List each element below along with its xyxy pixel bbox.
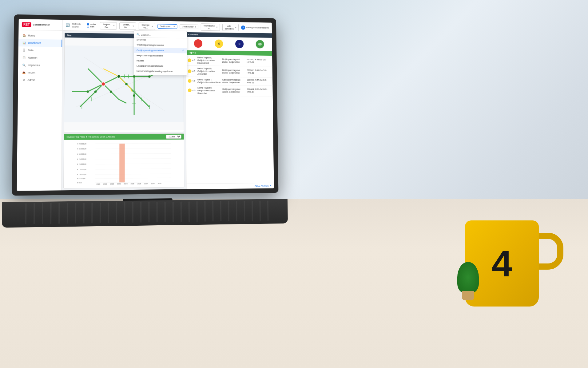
condities-filter[interactable]: Alle condities ▼ [222, 24, 239, 31]
dropdown-item-label: Kabels [137, 59, 144, 62]
checkmark-icon: ✓ [182, 49, 184, 52]
svg-text:€ 15.000,00: € 15.000,00 [77, 168, 86, 170]
chevron-down-icon: ▼ [151, 25, 153, 27]
sidebar-logo-area: RET Conditiemeter [18, 19, 62, 31]
sidebar-label-data: Data [28, 49, 34, 52]
sidebar-item-import[interactable]: 📥 Import [18, 69, 62, 77]
sidebar-item-normen[interactable]: 📋 Normen [18, 54, 62, 61]
sidebar-item-inspecties[interactable]: 🔍 Inspecties [18, 61, 62, 69]
plant [456, 263, 480, 300]
gelijkspan-filter[interactable]: Gelijkspan... ▼ [158, 24, 177, 29]
svg-line-38 [95, 174, 171, 174]
search-icon: 🔍 [137, 33, 140, 36]
svg-text:€ 0,00: € 0,00 [77, 182, 82, 184]
tram-option[interactable]: tram [87, 26, 96, 28]
metro-radio[interactable] [87, 23, 89, 25]
app-container: RET Conditiemeter 🏠 Home 📊 Dashboard [17, 19, 274, 191]
table-row: 4.5 Metro Traject 9, Gelijkrichterstatio… [186, 66, 272, 77]
locatie-cell: Metro Traject 5, Gelijkrichterstation Ha… [197, 56, 222, 65]
import-icon: 📥 [22, 71, 26, 74]
dropdown-overlay[interactable]: 🔍 System Tractiespanningbewakins Gelijks… [134, 30, 187, 76]
chart-area: € 40.000,00 € 35.000,00 € 30.000,00 € 25… [64, 140, 184, 187]
svg-text:€ 20.000,00: € 20.000,00 [77, 163, 86, 165]
svg-text:2023: 2023 [117, 183, 121, 185]
svg-line-34 [95, 154, 171, 154]
laptop: RET Conditiemeter 🏠 Home 📊 Dashboard [12, 14, 291, 228]
home-icon: 🏠 [22, 34, 26, 37]
metro-option[interactable]: metro [87, 23, 96, 25]
dropdown-search-input[interactable] [141, 33, 184, 37]
svg-text:€ 10.000,00: € 10.000,00 [77, 174, 86, 176]
sidebar-item-dashboard[interactable]: 📊 Dashboard [18, 39, 62, 47]
refresh-button[interactable]: Refresh cache [72, 22, 84, 28]
sidebar-nav: 🏠 Home 📊 Dashboard 🗄 Data 📋 [17, 30, 62, 191]
dropdown-item-hulpspanning[interactable]: Hulpspanningsinstallatie [134, 53, 187, 58]
gelijkrichter-filter[interactable]: Gelijkrichter ▼ [180, 24, 198, 29]
score-value: 4.5 [192, 70, 195, 72]
asset-cell: 000001, R-M-EV-GSI-HVS-01 [247, 58, 271, 64]
systeem-cell: Gelijkspanningsinst allatie, Gelijkricht… [222, 88, 246, 93]
systeem-cell: Gelijkspanningsinst allatie, Gelijkricht… [222, 78, 246, 84]
dropdown-item-gelijkspanning[interactable]: Gelijkspanningsinstallatie ✓ [134, 47, 187, 53]
svg-point-3 [87, 90, 89, 93]
chevron-down-icon: ▼ [194, 26, 196, 28]
investment-header: Investering Plan, € 40.000,00 voor 1 Ass… [64, 134, 184, 140]
sidebar-item-admin[interactable]: ⚙ Admin [18, 76, 62, 84]
asset-cell: 000004, R-M-EV-GSI-HVS-04 [247, 88, 271, 93]
condition-badge-red [194, 39, 202, 48]
sidebar-label-normen: Normen [28, 56, 37, 59]
svg-line-39 [95, 178, 171, 179]
traject-filter[interactable]: Traject / Ro... ▼ [100, 22, 117, 29]
sidebar-item-home[interactable]: 🏠 Home [18, 32, 62, 40]
svg-line-32 [96, 144, 171, 144]
investment-chart: € 40.000,00 € 35.000,00 € 30.000,00 € 25… [66, 141, 182, 186]
svg-text:€ 35.000,00: € 35.000,00 [77, 148, 86, 150]
svg-line-37 [95, 169, 171, 169]
systeem-cell: Gelijkspanningsinst allatie, Gelijkricht… [222, 58, 246, 63]
dropdown-item-label: Laagspanningsinstallatie [137, 65, 163, 68]
investment-panel: Investering Plan, € 40.000,00 voor 1 Ass… [63, 133, 184, 188]
technische-filter[interactable]: Technische Co... ▼ [201, 23, 220, 31]
transport-toggle: metro tram [87, 23, 96, 28]
svg-text:2020: 2020 [96, 183, 100, 185]
dropdown-item-label: Gelijkspanningsinstallatie [137, 49, 164, 52]
svg-point-8 [133, 94, 135, 97]
svg-text:2021: 2021 [103, 183, 107, 185]
svg-line-35 [95, 159, 171, 159]
dropdown-item-kabels[interactable]: Kabels [134, 58, 187, 64]
straat-filter[interactable]: Straat / Sta... ▼ [119, 22, 136, 30]
sidebar-item-data[interactable]: 🗄 Data [18, 46, 62, 54]
right-panel: Conditie 4 0 69 Top 41 [185, 32, 274, 189]
locatie-cell: Metro Traject 7, Gelijkrichterstation Bl… [197, 78, 222, 84]
tram-radio[interactable] [87, 26, 89, 28]
plant-leaves [457, 262, 479, 293]
top-list: 4.5 Metro Traject 5, Gelijkrichterstatio… [186, 55, 274, 184]
energie-filter[interactable]: Energie Vo... ▼ [139, 22, 155, 30]
condition-badge-blue: 0 [235, 40, 244, 48]
sidebar-label-admin: Admin [28, 78, 35, 81]
locatie-cell: Metro Traject 9, Gelijkrichterstation Al… [197, 67, 222, 75]
asset-cell: 000002, R-M-EV-GSI-HVS-02 [247, 69, 271, 74]
tram-label: tram [90, 26, 94, 28]
chevron-down-icon: ▼ [216, 26, 218, 28]
dropdown-item-tractiespanning[interactable]: Tractiespanningbewakins [134, 42, 187, 48]
svg-text:2024: 2024 [124, 183, 127, 185]
svg-line-36 [95, 164, 171, 164]
systeem-cell: Gelijkspanningsinst allatie, Gelijkricht… [222, 69, 246, 74]
score-cell: 4.5 [188, 69, 197, 73]
sidebar-label-import: Import [28, 71, 35, 74]
svg-text:2022: 2022 [110, 183, 114, 185]
dropdown-item-label: Netscheidingsbewakingssysteem [137, 69, 173, 73]
year-selector[interactable]: 10 jaar 5 jaar 20 jaar [166, 135, 181, 139]
svg-point-5 [117, 75, 120, 78]
chevron-down-icon: ▼ [132, 25, 134, 27]
dropdown-item-netscheiding[interactable]: Netscheidingsbewakingssysteem [134, 68, 187, 74]
alle-acties-button[interactable]: ALLE ACTIES ➤ [186, 183, 274, 189]
svg-text:2028: 2028 [151, 183, 155, 184]
inspecties-icon: 🔍 [22, 63, 26, 67]
sidebar: RET Conditiemeter 🏠 Home 📊 Dashboard [17, 19, 63, 191]
svg-text:€ 5.000,00: € 5.000,00 [77, 178, 85, 180]
condition-badge-green: 69 [256, 40, 264, 48]
condition-badges: 4 0 69 [186, 37, 272, 51]
dropdown-item-laagspanning[interactable]: Laagspanningsinstallatie [134, 63, 187, 69]
